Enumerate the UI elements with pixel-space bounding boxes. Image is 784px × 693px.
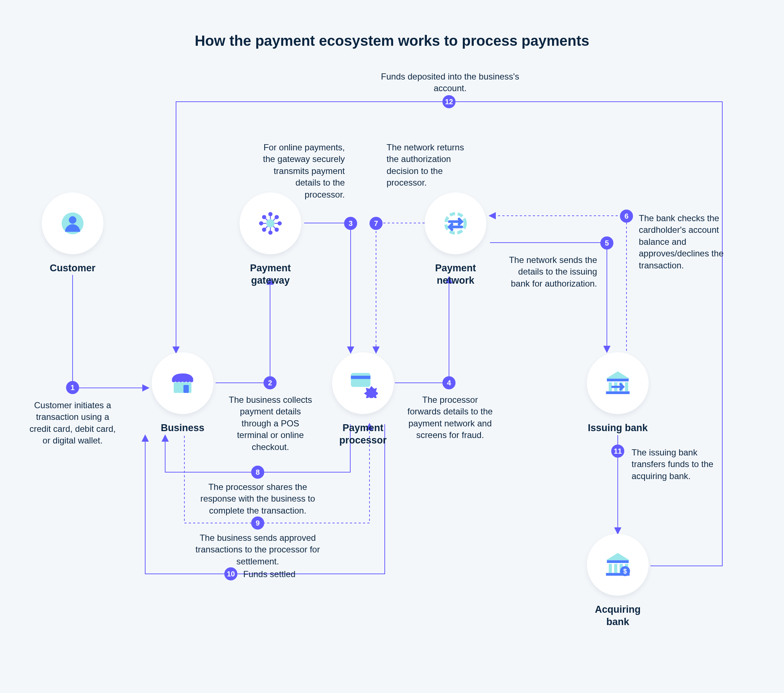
step-badge-10: 10: [224, 567, 237, 581]
caption-3: For online payments, the gateway securel…: [254, 142, 345, 200]
svg-text:$: $: [623, 568, 627, 575]
step-badge-6: 6: [620, 210, 633, 223]
svg-line-18: [273, 218, 275, 221]
step-badge-7: 7: [369, 217, 382, 230]
svg-rect-29: [625, 383, 628, 391]
caption-12: Funds deposited into the business's acco…: [377, 71, 523, 94]
step-badge-2: 2: [264, 376, 277, 389]
node-payment-gateway: Payment gateway: [238, 193, 303, 287]
svg-point-5: [268, 212, 273, 216]
svg-rect-3: [183, 385, 189, 393]
svg-line-20: [273, 226, 275, 228]
connectors-layer: [0, 0, 784, 693]
network-icon: [441, 209, 470, 238]
step-badge-9: 9: [251, 516, 264, 530]
step-badge-1: 1: [66, 381, 79, 394]
svg-rect-22: [351, 376, 371, 379]
step-badge-12: 12: [443, 95, 456, 108]
svg-rect-30: [606, 391, 630, 394]
svg-rect-25: [607, 379, 629, 382]
caption-7: The network returns the authorization de…: [387, 142, 477, 189]
caption-6: The bank checks the cardholder's account…: [639, 213, 726, 271]
processor-icon: [348, 368, 378, 398]
caption-2: The business collects payment details th…: [225, 394, 316, 453]
step-badge-5: 5: [600, 236, 613, 249]
svg-point-8: [278, 221, 282, 226]
node-business: Business: [150, 352, 215, 434]
gateway-icon: [257, 210, 284, 237]
node-label: Business: [150, 422, 215, 434]
svg-rect-21: [351, 373, 371, 387]
node-acquiring-bank: $ Acquiring bank: [585, 534, 651, 629]
bank-icon: [603, 369, 632, 398]
caption-9: The business sends approved transactions…: [189, 532, 327, 567]
svg-marker-23: [364, 386, 378, 398]
svg-rect-33: [614, 564, 618, 573]
svg-point-7: [259, 221, 264, 226]
step-badge-11: 11: [611, 445, 624, 458]
caption-4: The processor forwards details to the pa…: [407, 394, 494, 441]
node-payment-network: Payment network: [421, 193, 490, 287]
caption-11: The issuing bank transfers funds to the …: [632, 447, 726, 482]
caption-10: Funds settled: [243, 568, 352, 580]
node-customer: Customer: [40, 193, 105, 275]
caption-8: The processor shares the response with t…: [196, 481, 320, 516]
node-issuing-bank: Issuing bank: [585, 352, 651, 434]
step-badge-8: 8: [251, 465, 264, 479]
customer-icon: [59, 210, 86, 237]
node-label: Customer: [40, 262, 105, 275]
svg-point-1: [69, 216, 77, 224]
svg-rect-32: [609, 564, 612, 573]
svg-rect-31: [607, 561, 629, 563]
caption-5: The network sends the details to the iss…: [506, 254, 597, 289]
caption-1: Customer initiates a transaction using a…: [27, 399, 118, 447]
svg-point-24: [446, 214, 465, 233]
node-label: Payment gateway: [238, 262, 303, 287]
step-badge-3: 3: [344, 217, 357, 230]
acquiring-bank-icon: $: [603, 550, 632, 579]
node-label: Payment processor: [327, 422, 399, 447]
svg-line-19: [265, 226, 267, 228]
node-label: Issuing bank: [585, 422, 651, 434]
node-label: Acquiring bank: [585, 604, 651, 629]
node-payment-processor: Payment processor: [327, 352, 399, 447]
svg-point-6: [268, 231, 273, 235]
step-badge-4: 4: [443, 376, 456, 389]
svg-line-17: [265, 218, 267, 221]
node-label: Payment network: [421, 262, 490, 287]
store-icon: [168, 369, 197, 398]
